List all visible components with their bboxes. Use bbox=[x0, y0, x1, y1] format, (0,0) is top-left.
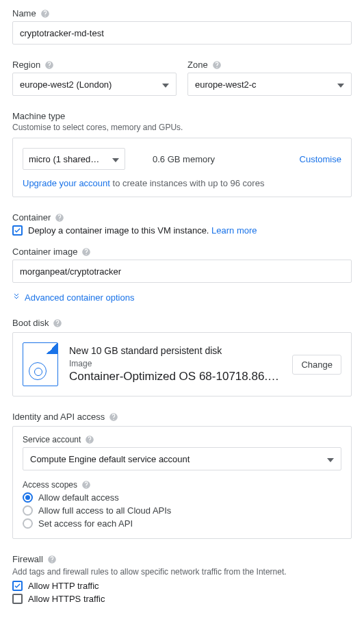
disk-icon bbox=[23, 342, 58, 386]
caret-down-icon bbox=[337, 79, 344, 90]
zone-label: Zone bbox=[187, 60, 208, 70]
machine-type-select[interactable]: micro (1 shared… bbox=[23, 148, 125, 170]
caret-down-icon bbox=[112, 154, 119, 164]
scope-each-radio[interactable] bbox=[23, 518, 33, 529]
help-icon[interactable] bbox=[47, 555, 57, 564]
service-account-value: Compute Engine default service account bbox=[30, 454, 190, 464]
scope-full-radio[interactable] bbox=[23, 505, 33, 516]
boot-disk-sub: Image bbox=[69, 359, 281, 368]
advanced-container-label: Advanced container options bbox=[25, 292, 134, 303]
allow-http-checkbox[interactable] bbox=[12, 581, 23, 591]
double-chevron-down-icon bbox=[12, 292, 21, 303]
machine-type-card: micro (1 shared… 0.6 GB memory Customise… bbox=[12, 138, 352, 197]
identity-label: Identity and API access bbox=[12, 412, 105, 422]
customise-link[interactable]: Customise bbox=[300, 154, 341, 164]
service-account-select[interactable]: Compute Engine default service account bbox=[23, 447, 341, 470]
machine-upgrade-hint: Upgrade your account to create instances… bbox=[23, 178, 341, 188]
caret-down-icon bbox=[162, 79, 169, 90]
scope-each-label: Set access for each API bbox=[38, 518, 133, 529]
help-icon[interactable] bbox=[44, 60, 54, 70]
deploy-container-label: Deploy a container image to this VM inst… bbox=[28, 225, 257, 236]
container-image-label: Container image bbox=[12, 247, 77, 257]
name-input[interactable]: cryptotracker-md-test bbox=[12, 21, 352, 45]
scope-default-radio[interactable] bbox=[23, 492, 33, 503]
region-select[interactable]: europe-west2 (London) bbox=[12, 73, 177, 96]
scope-default-label: Allow default access bbox=[38, 492, 119, 503]
zone-value: europe-west2-c bbox=[195, 79, 257, 90]
container-image-input[interactable]: morganpeat/cryptotracker bbox=[12, 260, 352, 283]
help-icon[interactable] bbox=[81, 247, 91, 257]
machine-type-label: Machine type bbox=[12, 111, 352, 121]
upgrade-account-link[interactable]: Upgrade your account bbox=[23, 178, 110, 188]
machine-memory: 0.6 GB memory bbox=[133, 154, 291, 164]
service-account-label: Service account bbox=[23, 435, 81, 444]
allow-http-label: Allow HTTP traffic bbox=[28, 581, 99, 591]
zone-select[interactable]: europe-west2-c bbox=[187, 73, 352, 96]
caret-down-icon bbox=[327, 454, 334, 464]
boot-disk-card: New 10 GB standard persistent disk Image… bbox=[12, 332, 352, 396]
boot-disk-os: Container-Optimized OS 68-10718.86.… bbox=[69, 370, 281, 383]
learn-more-link[interactable]: Learn more bbox=[211, 225, 257, 236]
machine-type-value: micro (1 shared… bbox=[29, 154, 99, 164]
firewall-label: Firewall bbox=[12, 554, 43, 564]
deploy-container-text: Deploy a container image to this VM inst… bbox=[28, 225, 211, 236]
machine-type-desc: Customise to select cores, memory and GP… bbox=[12, 123, 352, 132]
help-icon[interactable] bbox=[109, 412, 118, 422]
upgrade-rest-text: to create instances with up to 96 cores bbox=[110, 178, 264, 188]
help-icon[interactable] bbox=[81, 480, 91, 490]
identity-card: Service account Compute Engine default s… bbox=[12, 426, 352, 539]
name-input-value: cryptotracker-md-test bbox=[20, 28, 104, 38]
help-icon[interactable] bbox=[85, 435, 94, 444]
allow-https-checkbox[interactable] bbox=[12, 594, 23, 604]
scope-full-label: Allow full access to all Cloud APIs bbox=[38, 505, 171, 516]
advanced-container-toggle[interactable]: Advanced container options bbox=[12, 292, 134, 303]
help-icon[interactable] bbox=[212, 60, 222, 70]
boot-disk-title: New 10 GB standard persistent disk bbox=[69, 345, 281, 356]
deploy-container-checkbox[interactable] bbox=[12, 225, 23, 236]
region-label: Region bbox=[12, 60, 40, 70]
help-icon[interactable] bbox=[55, 213, 64, 223]
container-label: Container bbox=[12, 212, 51, 223]
access-scopes-label: Access scopes bbox=[23, 480, 77, 490]
name-label: Name bbox=[12, 8, 36, 18]
change-boot-disk-button[interactable]: Change bbox=[292, 355, 341, 375]
boot-disk-label: Boot disk bbox=[12, 318, 49, 328]
firewall-desc: Add tags and firewall rules to allow spe… bbox=[12, 567, 352, 577]
region-value: europe-west2 (London) bbox=[20, 79, 112, 90]
container-image-value: morganpeat/cryptotracker bbox=[20, 266, 121, 277]
help-icon[interactable] bbox=[53, 318, 62, 328]
help-icon[interactable] bbox=[40, 9, 50, 18]
allow-https-label: Allow HTTPS traffic bbox=[28, 594, 105, 604]
